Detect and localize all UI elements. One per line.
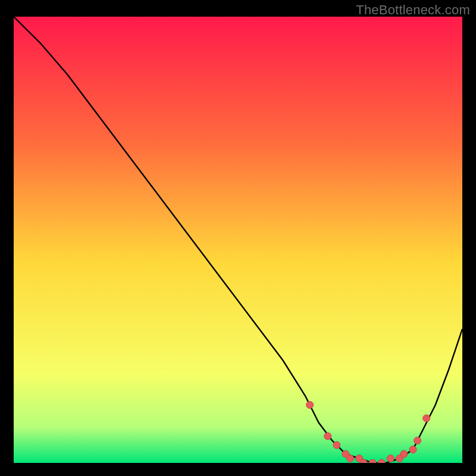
chart-frame: TheBottleneck.com [0, 0, 476, 476]
marker-point [387, 455, 394, 462]
marker-point [400, 450, 408, 458]
gradient-background [14, 17, 462, 463]
marker-point [324, 433, 331, 440]
marker-point [414, 437, 421, 444]
marker-point [306, 402, 314, 409]
marker-point [347, 455, 354, 462]
attribution-label: TheBottleneck.com [356, 2, 470, 18]
marker-point [333, 441, 340, 449]
chart-svg [14, 17, 462, 463]
plot-area [14, 17, 462, 463]
marker-point [409, 446, 416, 453]
marker-point [423, 415, 430, 422]
